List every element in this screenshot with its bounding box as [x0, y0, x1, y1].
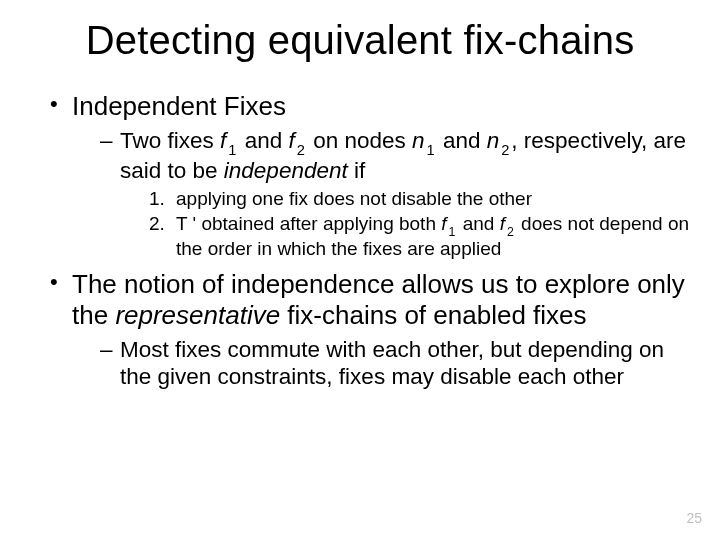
sub-1: 1 — [447, 225, 458, 239]
sub-2: 2 — [505, 225, 516, 239]
var-n: n — [412, 128, 425, 153]
page-number: 25 — [686, 510, 702, 526]
text: and — [437, 128, 487, 153]
text: T ' obtained after applying both — [176, 213, 441, 234]
sub-2: 2 — [499, 142, 511, 158]
var-n: n — [487, 128, 500, 153]
ordered-list: applying one fix does not disable the ot… — [120, 188, 690, 260]
sub-list: Two fixes f1 and f2 on nodes n1 and n2, … — [72, 128, 690, 260]
bullet-list: Independent Fixes Two fixes f1 and f2 on… — [30, 91, 690, 390]
text: and — [238, 128, 288, 153]
text: fix-chains of enabled fixes — [280, 300, 586, 330]
sub-bullet-commute: Most fixes commute with each other, but … — [100, 337, 690, 390]
term-independent: independent — [224, 158, 348, 183]
sub-list: Most fixes commute with each other, but … — [72, 337, 690, 390]
sub-1: 1 — [425, 142, 437, 158]
bullet-label: Independent Fixes — [72, 91, 286, 121]
var-f: f — [441, 213, 446, 234]
ol-item-1: applying one fix does not disable the ot… — [170, 188, 690, 210]
slide-body: Independent Fixes Two fixes f1 and f2 on… — [0, 91, 720, 390]
sub-bullet-definition: Two fixes f1 and f2 on nodes n1 and n2, … — [100, 128, 690, 260]
var-f: f — [288, 128, 294, 153]
text: if — [348, 158, 366, 183]
sub-2: 2 — [295, 142, 307, 158]
slide: Detecting equivalent fix-chains Independ… — [0, 0, 720, 540]
sub-1: 1 — [226, 142, 238, 158]
text: on nodes — [307, 128, 412, 153]
bullet-independence-notion: The notion of independence allows us to … — [50, 269, 690, 390]
text: Two fixes — [120, 128, 220, 153]
bullet-independent-fixes: Independent Fixes Two fixes f1 and f2 on… — [50, 91, 690, 261]
text: and — [457, 213, 499, 234]
term-representative: representative — [115, 300, 280, 330]
slide-title: Detecting equivalent fix-chains — [0, 0, 720, 73]
ol-item-2: T ' obtained after applying both f1 and … — [170, 213, 690, 261]
